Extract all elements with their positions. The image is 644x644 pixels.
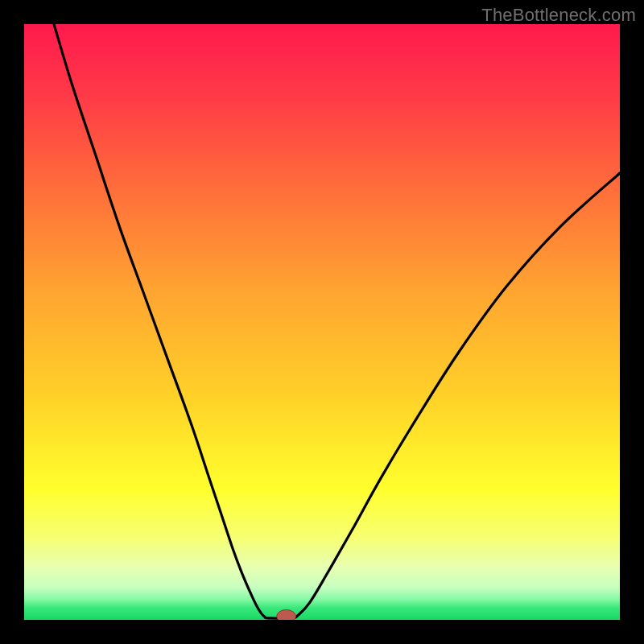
watermark-label: TheBottleneck.com xyxy=(481,5,636,26)
minimum-marker xyxy=(277,609,296,620)
chart-svg xyxy=(24,24,620,620)
plot-area xyxy=(24,24,620,620)
gradient-background xyxy=(24,24,620,620)
outer-frame: TheBottleneck.com xyxy=(0,0,644,644)
